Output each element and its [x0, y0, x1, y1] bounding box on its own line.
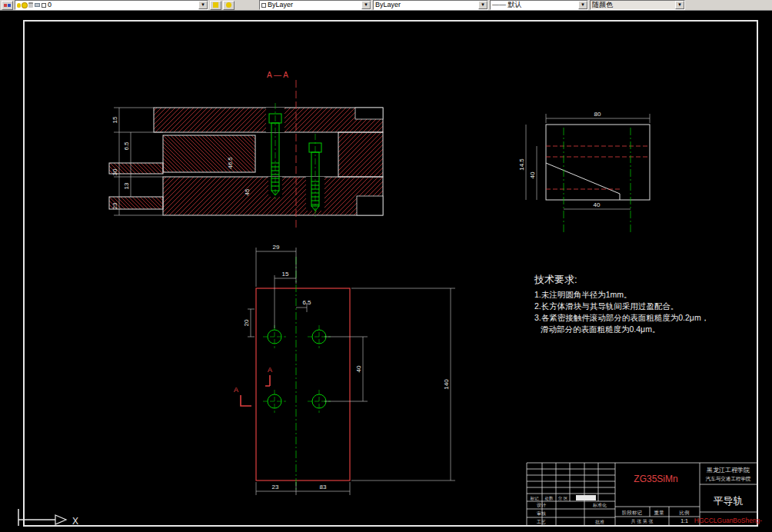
- layers-icon: [8, 4, 11, 7]
- layer-combo-dropdown-icon[interactable]: ▼: [198, 1, 208, 9]
- ucs-icon: X: [18, 509, 78, 527]
- scale-value: 1:1: [680, 518, 688, 524]
- side-dim-labels: 80 40 14.5 40: [518, 111, 601, 208]
- color-chip: [261, 3, 266, 8]
- ucs-x-label: X: [72, 516, 78, 527]
- side-dim-lines: [526, 114, 650, 209]
- plotstyle-combo-dropdown-icon[interactable]: ▼: [675, 1, 684, 9]
- technical-requirements: 技术要求: 1.未注明圆角半径为1mm。 2.长方体滑块与其导轨间采用过盈配合。…: [534, 274, 709, 334]
- count-label: 处数: [545, 496, 554, 501]
- dim-label: 6.5: [123, 141, 130, 151]
- filled-cell: [576, 495, 596, 500]
- lineweight-combo[interactable]: —— 默认 ▼: [490, 0, 588, 10]
- mark-label: 标记: [530, 496, 540, 501]
- dim-label: 29: [273, 244, 280, 251]
- centerlines: [564, 128, 631, 234]
- layer-combo-value: 0: [48, 1, 52, 9]
- layer-previous-button[interactable]: [223, 1, 235, 10]
- lineweight-combo-dropdown-icon[interactable]: ▼: [578, 1, 587, 9]
- scale-label: 比例: [680, 510, 690, 516]
- signature-labels: 设计 标准化 审核 工艺 批准: [537, 502, 607, 525]
- side-view: 80 40 14.5 40: [518, 111, 650, 234]
- dim-label: 80: [594, 111, 601, 118]
- plan-dim-labels: 29 15 6.5 20 140 40 23 83: [243, 244, 450, 490]
- dim-label: 46.5: [227, 157, 234, 169]
- layer-plot-icon: [35, 3, 40, 7]
- layer-color-chip: [42, 3, 46, 8]
- dim-label: 15: [282, 271, 289, 278]
- layer-thaw-icon: [22, 3, 27, 8]
- weight-label: 重量: [654, 510, 665, 515]
- plan-view: 29 15 6.5 20 140 40 23 83 A A: [234, 244, 455, 495]
- tech-line: 3.各紧密接触件滚动部分的表面粗糙度为0.2μm，: [534, 313, 709, 322]
- dim-label: 13: [123, 182, 130, 189]
- layers-icon: [4, 4, 7, 7]
- dim-label: 23: [272, 484, 279, 490]
- dim-label: 40: [529, 171, 536, 178]
- tech-title: 技术要求:: [534, 274, 577, 285]
- dim-label: 83: [320, 484, 327, 490]
- make-object-layer-current-button[interactable]: [210, 1, 221, 10]
- drawing-canvas[interactable]: A — A 15 6.5 30 13 23 46.5 45 80 40 14.5…: [0, 11, 772, 532]
- plotstyle-combo[interactable]: 随颜色 ▼: [590, 0, 685, 10]
- x-axis-arrow-icon: [55, 515, 66, 524]
- section-label: A — A: [267, 71, 288, 79]
- dim-label: 30: [111, 168, 118, 175]
- lineweight-combo-value: —— 默认: [492, 1, 522, 9]
- zone-label: 分 区: [558, 496, 568, 500]
- audit-label: 审核: [537, 510, 546, 516]
- dim-label: 40: [355, 365, 362, 372]
- standardize-label: 标准化: [592, 503, 607, 508]
- linetype-combo-value: ByLayer: [375, 1, 401, 9]
- layer-previous-icon: [226, 2, 231, 8]
- material-label: ZG35SiMn: [634, 474, 677, 484]
- color-combo-dropdown-icon[interactable]: ▼: [361, 1, 371, 9]
- layer-properties-button[interactable]: [2, 1, 13, 10]
- stage-row: 阶段标记 重量 比例 1:1 共 张 第 张: [622, 510, 690, 524]
- dim-label: 15: [111, 116, 118, 123]
- layer-combo[interactable]: 0 ▼: [15, 0, 208, 10]
- holes: [263, 325, 331, 413]
- process-label: 工艺: [537, 519, 546, 524]
- plotstyle-combo-value: 随颜色: [592, 1, 613, 9]
- school-name: 黑龙江工程学院: [707, 467, 750, 474]
- approve-label: 批准: [595, 520, 604, 525]
- watermark: HGCCLGuanBoSheng-: [694, 517, 763, 524]
- dim-label: 40: [594, 201, 601, 208]
- title-block: ZG35SiMn 黑龙江工程学院 汽车与交通工程学院 平导轨 HGCCLGuan…: [527, 463, 762, 526]
- layer-on-icon: [17, 3, 21, 8]
- tech-line: 滑动部分的表面粗糙度为0.4μm。: [541, 324, 660, 334]
- dim-label: 45: [244, 188, 251, 195]
- dim-label: 14.5: [518, 158, 525, 171]
- section-letter: A: [234, 386, 238, 394]
- color-combo-value: ByLayer: [268, 1, 293, 9]
- dim-label: 23: [111, 202, 118, 209]
- dim-label: 140: [443, 379, 450, 390]
- layer-unlock-icon: [28, 2, 33, 8]
- object-properties-toolbar: 0 ▼ ByLayer ▼ ByLayer ▼ —— 默认 ▼ 随颜色 ▼: [0, 0, 772, 11]
- hidden-lines: [546, 146, 650, 189]
- drawing-frame: [24, 21, 757, 526]
- dim-label: 6.5: [302, 299, 311, 306]
- part-name: 平导轨: [714, 495, 744, 507]
- section-view: A — A 15 6.5 30 13 23 46.5 45: [109, 71, 383, 228]
- plan-dim-lines: [248, 248, 455, 495]
- linetype-combo-dropdown-icon[interactable]: ▼: [478, 1, 487, 9]
- section-letter: A: [268, 366, 272, 374]
- tech-line: 2.长方体滑块与其导轨间采用过盈配合。: [534, 301, 678, 311]
- sheets-label: 共 张 第 张: [631, 519, 653, 524]
- color-combo[interactable]: ByLayer ▼: [259, 0, 371, 10]
- make-layer-current-icon: [213, 2, 218, 8]
- linetype-combo[interactable]: ByLayer ▼: [373, 0, 488, 10]
- dim-label: 20: [243, 319, 250, 326]
- department-name: 汽车与交通工程学院: [706, 476, 751, 482]
- plan-section-marks: A A: [234, 366, 272, 406]
- revision-row-labels: 标记 处数 分 区: [530, 496, 568, 501]
- design-label: 设计: [537, 502, 546, 507]
- stage-label: 阶段标记: [622, 510, 643, 516]
- tech-line: 1.未注明圆角半径为1mm。: [534, 290, 632, 299]
